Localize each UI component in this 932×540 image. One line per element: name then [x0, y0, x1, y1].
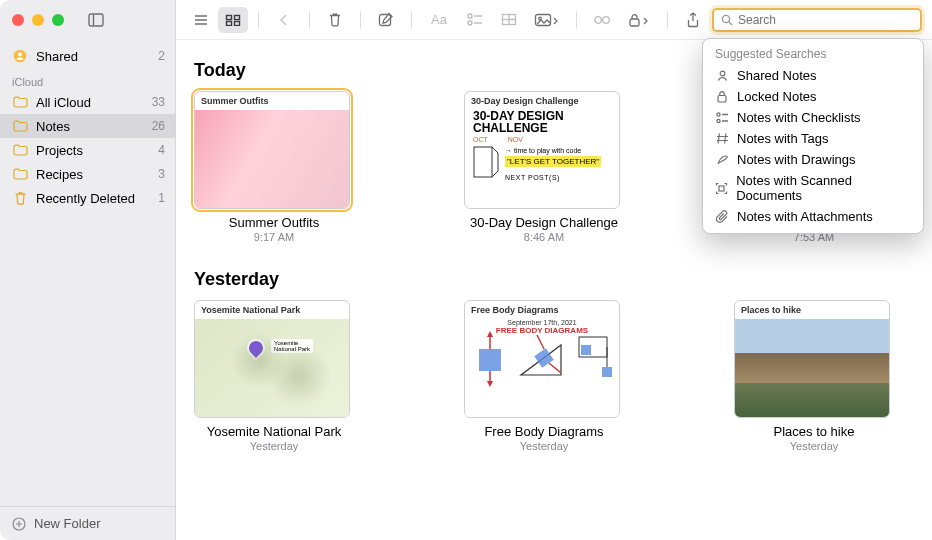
suggestion-scanned[interactable]: Notes with Scanned Documents	[703, 170, 923, 206]
svg-rect-13	[235, 21, 240, 25]
svg-rect-0	[89, 14, 103, 26]
checklist-button[interactable]	[460, 7, 490, 33]
suggestion-tags[interactable]: Notes with Tags	[703, 128, 923, 149]
new-folder-label: New Folder	[34, 516, 100, 531]
search-input[interactable]	[738, 13, 914, 27]
attachment-icon	[715, 210, 729, 224]
sidebar-item-label: All iCloud	[36, 95, 91, 110]
sidebar-item-label: Projects	[36, 143, 83, 158]
share-button[interactable]	[678, 7, 708, 33]
note-thumbnail[interactable]: Summer Outfits	[194, 91, 350, 209]
link-button[interactable]	[587, 7, 617, 33]
lock-button[interactable]	[621, 7, 657, 33]
svg-marker-47	[487, 331, 493, 337]
sidebar-item-count: 26	[152, 119, 165, 133]
svg-line-36	[718, 134, 720, 144]
new-note-button[interactable]	[371, 7, 401, 33]
note-title: Free Body Diagrams	[464, 424, 624, 439]
suggestion-shared-notes[interactable]: Shared Notes	[703, 65, 923, 86]
note-card[interactable]: Free Body Diagrams September 17th, 2021F…	[464, 300, 624, 452]
lock-icon	[715, 90, 729, 104]
svg-line-29	[729, 22, 732, 25]
section-heading-yesterday: Yesterday	[194, 269, 914, 290]
svg-rect-12	[227, 21, 232, 25]
svg-line-42	[492, 147, 498, 153]
svg-rect-45	[479, 349, 501, 371]
toolbar: Aa	[176, 0, 932, 40]
note-card[interactable]: Yosemite National Park YosemiteNational …	[194, 300, 354, 452]
svg-line-43	[492, 171, 498, 177]
folder-icon	[12, 118, 28, 134]
titlebar-left	[0, 0, 175, 40]
delete-button[interactable]	[320, 7, 350, 33]
search-suggestions-dropdown: Suggested Searches Shared Notes Locked N…	[702, 38, 924, 234]
sidebar-item-recipes[interactable]: Recipes 3	[0, 162, 175, 186]
shared-icon	[12, 48, 28, 64]
sidebar-item-label: Shared	[36, 49, 78, 64]
plus-circle-icon	[12, 517, 26, 531]
note-card[interactable]: Places to hike Places to hike Yesterday	[734, 300, 894, 452]
media-button[interactable]	[528, 7, 566, 33]
view-gallery-button[interactable]	[218, 7, 248, 33]
note-card[interactable]: Summer Outfits Summer Outfits 9:17 AM	[194, 91, 354, 243]
svg-rect-27	[630, 19, 639, 26]
svg-line-52	[537, 335, 544, 349]
folder-icon	[12, 166, 28, 182]
sidebar-item-count: 2	[158, 49, 165, 63]
view-list-button[interactable]	[186, 7, 216, 33]
svg-rect-31	[718, 96, 726, 103]
note-thumbnail[interactable]: Places to hike	[734, 300, 890, 418]
fullscreen-window-button[interactable]	[52, 14, 64, 26]
note-time: 9:17 AM	[194, 231, 354, 243]
sidebar-item-label: Recently Deleted	[36, 191, 135, 206]
shared-icon	[715, 69, 729, 83]
sidebar-item-notes[interactable]: Notes 26	[0, 114, 175, 138]
note-thumbnail[interactable]: Yosemite National Park YosemiteNational …	[194, 300, 350, 418]
suggestion-locked-notes[interactable]: Locked Notes	[703, 86, 923, 107]
folder-icon	[12, 142, 28, 158]
note-thumbnail[interactable]: 30-Day Design Challenge 30-DAY DESIGNCHA…	[464, 91, 620, 209]
table-button[interactable]	[494, 7, 524, 33]
note-time: 8:46 AM	[464, 231, 624, 243]
new-folder-button[interactable]: New Folder	[0, 506, 175, 540]
sidebar-item-count: 33	[152, 95, 165, 109]
app-window: Shared 2 iCloud All iCloud 33 Notes 26 P…	[0, 0, 932, 540]
search-icon	[720, 13, 734, 27]
minimize-window-button[interactable]	[32, 14, 44, 26]
note-title: 30-Day Design Challenge	[464, 215, 624, 230]
note-title: Summer Outfits	[194, 215, 354, 230]
scan-icon	[715, 181, 728, 195]
format-button[interactable]: Aa	[422, 7, 456, 33]
svg-line-37	[724, 134, 726, 144]
suggestions-heading: Suggested Searches	[703, 45, 923, 65]
svg-point-30	[720, 71, 725, 76]
sidebar-item-shared[interactable]: Shared 2	[0, 44, 175, 68]
note-card[interactable]: 30-Day Design Challenge 30-DAY DESIGNCHA…	[464, 91, 624, 243]
suggestion-attachments[interactable]: Notes with Attachments	[703, 206, 923, 227]
sidebar-item-label: Notes	[36, 119, 70, 134]
svg-rect-11	[235, 15, 240, 19]
toggle-sidebar-icon[interactable]	[88, 12, 104, 28]
sidebar-item-count: 3	[158, 167, 165, 181]
sidebar: Shared 2 iCloud All iCloud 33 Notes 26 P…	[0, 0, 176, 540]
sidebar-list: Shared 2 iCloud All iCloud 33 Notes 26 P…	[0, 40, 175, 506]
drawing-icon	[715, 153, 729, 167]
close-window-button[interactable]	[12, 14, 24, 26]
sidebar-item-all-icloud[interactable]: All iCloud 33	[0, 90, 175, 114]
note-time: Yesterday	[734, 440, 894, 452]
sidebar-item-projects[interactable]: Projects 4	[0, 138, 175, 162]
note-thumbnail[interactable]: Free Body Diagrams September 17th, 2021F…	[464, 300, 620, 418]
sidebar-item-count: 1	[158, 191, 165, 205]
note-time: Yesterday	[194, 440, 354, 452]
suggestion-drawings[interactable]: Notes with Drawings	[703, 149, 923, 170]
svg-rect-10	[227, 15, 232, 19]
svg-point-17	[468, 21, 472, 25]
window-controls	[12, 14, 64, 26]
svg-point-25	[603, 16, 610, 23]
svg-point-32	[716, 112, 719, 115]
back-button[interactable]	[269, 7, 299, 33]
trash-icon	[12, 190, 28, 206]
sidebar-item-recently-deleted[interactable]: Recently Deleted 1	[0, 186, 175, 210]
suggestion-checklists[interactable]: Notes with Checklists	[703, 107, 923, 128]
search-field[interactable]	[712, 8, 922, 32]
